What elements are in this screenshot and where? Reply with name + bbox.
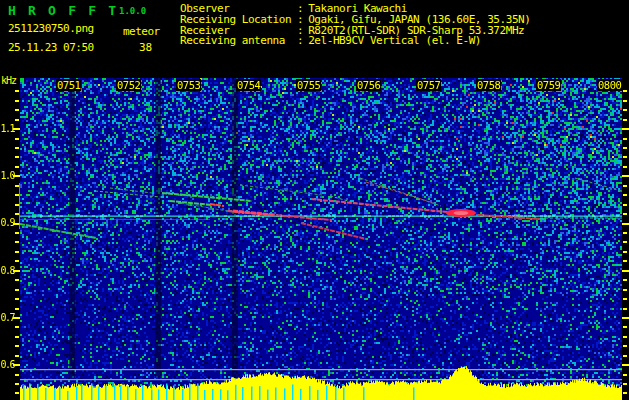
minor-tick: [623, 90, 627, 92]
minor-tick: [623, 194, 627, 196]
minor-tick: [623, 392, 627, 394]
minor-tick: [623, 166, 627, 168]
minor-tick: [623, 289, 627, 291]
freq-label: 0.7: [0, 313, 14, 323]
info-value: 2el-HB9CV Vertical (el. E-W): [308, 34, 481, 47]
info-row-antenna: Receiving antenna:2el-HB9CV Vertical (el…: [180, 36, 530, 47]
minor-tick: [15, 392, 19, 394]
major-tick: [622, 270, 629, 272]
minor-tick: [623, 119, 627, 121]
minor-tick: [15, 260, 19, 262]
minor-tick: [623, 336, 627, 338]
minor-tick: [623, 241, 627, 243]
minor-tick: [15, 109, 19, 111]
time-label: 0756: [356, 79, 381, 91]
freq-label: 1.0: [0, 171, 14, 181]
minor-tick: [15, 345, 19, 347]
minor-tick: [15, 326, 19, 328]
minor-tick: [15, 156, 19, 158]
observation-datetime: 25.11.23 07:50: [8, 41, 94, 54]
major-tick: [622, 175, 629, 177]
time-label: 0754: [236, 79, 261, 91]
output-file-name: 2511230750.png: [8, 22, 94, 35]
minor-tick: [15, 374, 19, 376]
minor-tick: [15, 166, 19, 168]
time-label: 0757: [416, 79, 441, 91]
minor-tick: [623, 185, 627, 187]
minor-tick: [15, 383, 19, 385]
minor-tick: [623, 308, 627, 310]
minor-tick: [623, 147, 627, 149]
minor-tick: [623, 204, 627, 206]
major-tick: [622, 364, 629, 366]
minor-tick: [15, 289, 19, 291]
app-version: 1.0.0: [119, 6, 146, 16]
minor-tick: [623, 232, 627, 234]
minor-tick: [623, 109, 627, 111]
minor-tick: [15, 298, 19, 300]
minor-tick: [15, 251, 19, 253]
major-tick: [13, 175, 20, 177]
minor-tick: [15, 241, 19, 243]
minor-tick: [623, 138, 627, 140]
major-tick: [13, 128, 20, 130]
minor-tick: [15, 355, 19, 357]
y-axis-unit-label: kHz: [1, 75, 16, 86]
time-label: 0758: [476, 79, 501, 91]
minor-tick: [623, 383, 627, 385]
colon: :: [297, 34, 303, 47]
station-info: Observer:Takanori Kawachi Receiving Loca…: [180, 4, 530, 47]
minor-tick: [15, 119, 19, 121]
minor-tick: [623, 326, 627, 328]
major-tick: [622, 223, 629, 225]
time-label: 0800: [597, 79, 622, 91]
major-tick: [13, 364, 20, 366]
time-label: 0755: [296, 79, 321, 91]
app-title: H R O F F T: [8, 3, 118, 18]
freq-label: 0.6: [0, 360, 14, 370]
minor-tick: [15, 147, 19, 149]
minor-tick: [623, 156, 627, 158]
major-tick: [622, 317, 629, 319]
freq-label: 0.9: [0, 218, 14, 228]
info-label: Receiving antenna: [180, 36, 297, 47]
minor-tick: [623, 100, 627, 102]
axis-marker-segment: [19, 183, 20, 229]
minor-tick: [15, 336, 19, 338]
minor-tick: [15, 279, 19, 281]
echo-count: 38: [139, 41, 152, 54]
minor-tick: [15, 90, 19, 92]
freq-label: 0.8: [0, 266, 14, 276]
major-tick: [13, 317, 20, 319]
minor-tick: [623, 251, 627, 253]
time-label: 0753: [176, 79, 201, 91]
time-label: 0751: [56, 79, 81, 91]
mode-label: meteor: [123, 25, 160, 38]
minor-tick: [15, 100, 19, 102]
time-label: 0759: [536, 79, 561, 91]
minor-tick: [623, 298, 627, 300]
hrofft-screen: H R O F F T 1.0.0 2511230750.png meteor …: [0, 0, 629, 400]
minor-tick: [15, 308, 19, 310]
minor-tick: [623, 279, 627, 281]
minor-tick: [623, 374, 627, 376]
minor-tick: [623, 260, 627, 262]
time-label: 0752: [116, 79, 141, 91]
minor-tick: [15, 232, 19, 234]
minor-tick: [623, 213, 627, 215]
minor-tick: [15, 138, 19, 140]
spectrogram-canvas: [20, 78, 622, 400]
major-tick: [622, 128, 629, 130]
minor-tick: [623, 345, 627, 347]
freq-label: 1.1: [0, 124, 14, 134]
major-tick: [13, 270, 20, 272]
minor-tick: [623, 355, 627, 357]
